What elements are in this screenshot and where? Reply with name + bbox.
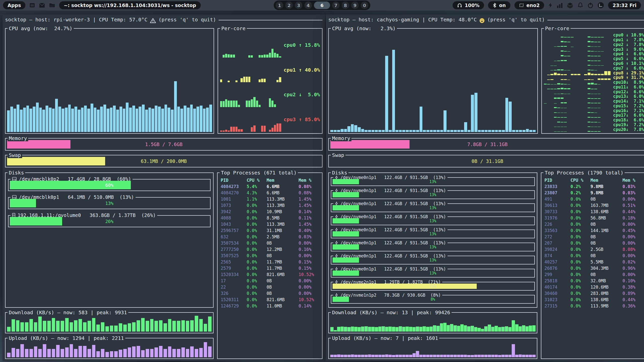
process-mem: 11.7MB	[267, 266, 299, 271]
workspace-7[interactable]: 7	[332, 2, 340, 9]
chart-bar	[146, 349, 149, 357]
chart-bar	[443, 355, 447, 357]
process-row[interactable]: 2720.0%0B0.00%	[544, 234, 644, 240]
chart-bar	[168, 108, 170, 132]
process-row[interactable]: 238070.2%9.8MB0.03%	[544, 190, 644, 196]
folder-icon[interactable]	[49, 3, 55, 8]
window-icon[interactable]	[29, 3, 35, 8]
process-row[interactable]: 401740.0%120.6MB0.38%	[544, 284, 644, 290]
workspace-4[interactable]: 4	[304, 2, 312, 9]
chart-bar	[87, 109, 90, 132]
process-row[interactable]: 40842704.3%6.6MB0.08%	[221, 190, 320, 196]
process-row[interactable]: 220.0%0B0.00%	[221, 284, 320, 290]
process-row[interactable]: 6320.0%2.5MB0.03%	[221, 234, 320, 240]
process-row[interactable]: 319760.0%56.8MB0.18%	[544, 215, 644, 221]
process-row[interactable]: 25967570.0%31.1MB0.40%	[221, 227, 320, 234]
process-cpu: 0.0%	[571, 228, 591, 233]
process-row[interactable]: 238330.2%9.8MB0.03%	[544, 183, 644, 190]
process-row[interactable]: 39420.0%10.9MB0.14%	[221, 208, 320, 215]
process-row[interactable]: 10430.0%113.3MB1.45%	[221, 221, 320, 227]
disk-item: /dev/mmcblk0p2 17.4GB / 28.8GB (60%)60%	[8, 179, 211, 191]
process-row[interactable]: 273150.0%113.9MB0.36%	[544, 303, 644, 309]
workspace-1[interactable]: 1	[276, 2, 283, 9]
process-row[interactable]: 402570.0%5.5MB0.02%	[544, 259, 644, 265]
layers-icon[interactable]	[567, 2, 573, 8]
chart-bar	[505, 98, 508, 132]
power-profile-icon[interactable]	[548, 2, 553, 8]
workspace-9[interactable]: 9	[351, 2, 359, 9]
workspace-8[interactable]: 8	[342, 2, 349, 9]
process-row[interactable]: 15203110.0%821.6MB10.52%	[221, 296, 320, 303]
process-row[interactable]: 27772500.0%12.2MB0.16%	[221, 246, 320, 252]
process-row[interactable]: 10730.0%113.3MB1.45%	[221, 202, 320, 208]
bluetooth-widget[interactable]: on	[488, 1, 510, 9]
process-row[interactable]: 2070.0%0B0.00%	[544, 240, 644, 246]
terminal-cachyos-gaming[interactable]: socktop — host: cachyos-gaming | CPU Tem…	[326, 15, 644, 361]
chart-bar	[419, 355, 423, 357]
process-row[interactable]: 306130.0%163.7MB0.51%	[544, 202, 644, 208]
process-row[interactable]: 304600.0%283.0MB0.89%	[544, 290, 644, 296]
apps-button[interactable]: Apps	[3, 1, 25, 9]
process-pid: 27315	[544, 303, 570, 308]
memory-value: 7.8GB / 31.1GB	[329, 142, 644, 147]
process-row[interactable]: 307330.0%138.6MB0.44%	[544, 208, 644, 215]
window-title[interactable]: ~: socktop ws://192.168.1.104:3031/ws - …	[59, 1, 200, 9]
chart-bar	[481, 329, 484, 332]
process-row[interactable]: 35075250.0%0B0.00%	[221, 252, 320, 259]
chart-bar	[430, 130, 433, 132]
chart-bar	[220, 130, 222, 132]
bell-icon[interactable]	[577, 2, 583, 8]
process-memp: 0.15%	[299, 266, 320, 271]
process-row[interactable]: 25790.0%11.7MB0.15%	[221, 265, 320, 271]
chart-bar	[155, 106, 157, 132]
process-row[interactable]: 4910.0%0B0.00%	[544, 196, 644, 202]
core-usage-chart	[544, 57, 611, 61]
workspace-2[interactable]: 2	[285, 2, 293, 9]
chart-bar	[498, 327, 501, 332]
process-row[interactable]: 35075340.0%0B0.00%	[221, 240, 320, 246]
core-usage-chart	[544, 94, 611, 99]
process-pid: 30733	[544, 209, 570, 214]
chart-bar	[447, 325, 450, 332]
power-icon[interactable]	[587, 2, 593, 8]
process-memp: 0.08%	[299, 184, 320, 189]
workspace-6[interactable]: 6	[314, 2, 330, 9]
network-widget[interactable]: eno2	[514, 1, 544, 9]
workspace-3[interactable]: 3	[295, 2, 302, 9]
process-row[interactable]: 25650.0%11.7MB0.15%	[221, 259, 320, 265]
process-row[interactable]: 40880.0%8.5MB0.11%	[221, 215, 320, 221]
chart-bar	[235, 127, 237, 132]
process-row[interactable]: 40842735.4%6.6MB0.08%	[221, 183, 320, 190]
process-row[interactable]: 398240.0%2.5GB8.08%	[544, 246, 644, 252]
process-row[interactable]: 12467290.0%11.0MB0.14%	[221, 303, 320, 309]
process-row[interactable]: 3260.0%0B0.00%	[221, 290, 320, 296]
terminal-rpi-worker-3[interactable]: socktop — host: rpi-worker-3 | CPU Temp:…	[3, 15, 325, 361]
process-row[interactable]: 8740.0%0B0.00%	[544, 252, 644, 259]
process-row[interactable]: 335630.0%144.1MB0.45%	[544, 227, 644, 234]
mail-icon[interactable]	[39, 3, 45, 8]
process-row[interactable]: 170.0%0B0.00%	[221, 278, 320, 284]
process-row[interactable]: 2260.0%0B0.00%	[544, 221, 644, 227]
clock-widget[interactable]: 23:32 Fri	[608, 1, 641, 9]
workspace-0[interactable]: 0	[361, 2, 368, 9]
chart-bar	[29, 319, 33, 332]
signal-bars-icon[interactable]	[557, 2, 563, 8]
process-row[interactable]: 258180.0%32.0MB0.10%	[544, 278, 644, 284]
chart-bar	[505, 326, 508, 332]
chart-bar	[433, 355, 436, 357]
chart-bar	[392, 355, 395, 357]
chart-bar	[228, 54, 230, 58]
volume-widget[interactable]: 100%	[453, 1, 484, 9]
process-row[interactable]: 310230.0%138.6MB0.44%	[544, 296, 644, 303]
process-row[interactable]: 15203340.0%821.6MB10.52%	[221, 271, 320, 278]
process-row[interactable]: 10011.1%113.3MB1.45%	[221, 196, 320, 202]
process-memp: 0.00%	[299, 278, 320, 283]
chart-bar	[351, 327, 354, 332]
chart-bar	[532, 325, 536, 332]
disk-usage-percent: 13%	[331, 206, 534, 210]
process-row[interactable]: 2990.0%0B0.00%	[544, 271, 644, 278]
process-row[interactable]: 268760.0%304.3MB0.96%	[544, 265, 644, 271]
core-row: cpu16↓ 7.1%	[544, 108, 644, 113]
disk-list: /dev/nvme0n1p1 122.4GB / 931.5GB (13%)13…	[329, 177, 537, 304]
monitor-graph-icon[interactable]	[597, 2, 604, 9]
